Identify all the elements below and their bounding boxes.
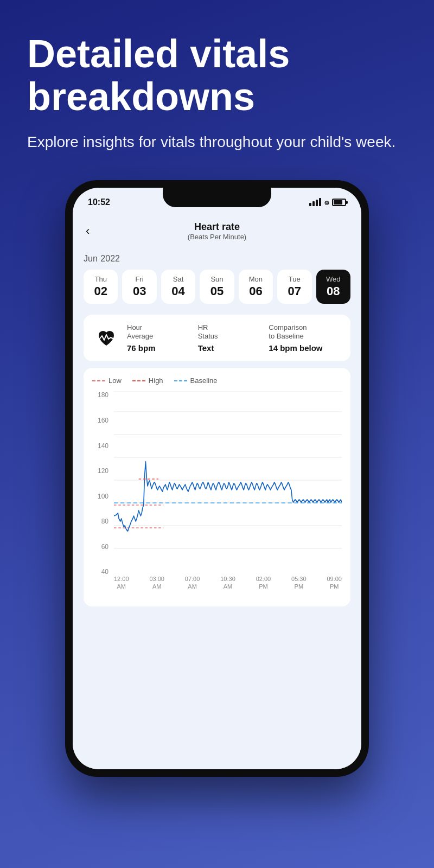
- month-year: 2022: [100, 254, 120, 263]
- phone-wrapper: 10:52 ⌾ ‹: [0, 180, 434, 777]
- phone-screen: 10:52 ⌾ ‹: [73, 188, 361, 769]
- x-label-0700am: 07:00AM: [185, 576, 200, 590]
- date-section: Jun 2022 Thu 02 Fri 03 Sat: [73, 245, 361, 308]
- month-label: Jun 2022: [84, 252, 350, 264]
- page-title: Heart rate: [188, 221, 246, 233]
- hero-title: Detailed vitals breakdowns: [27, 33, 407, 118]
- date-pill-fri[interactable]: Fri 03: [122, 270, 156, 304]
- battery-icon: [332, 199, 346, 206]
- avg-value: 76 bpm: [127, 343, 198, 353]
- y-label-80: 80: [92, 518, 112, 525]
- day-num-mon: 06: [249, 284, 262, 298]
- comparison-label: Comparisonto Baseline: [269, 323, 340, 342]
- header-title: Heart rate (Beats Per Minute): [188, 221, 246, 241]
- chart-legend: Low High Baseline: [92, 376, 342, 385]
- x-label-1200am: 12:00AM: [114, 576, 129, 590]
- y-label-100: 100: [92, 493, 112, 500]
- app-content: ‹ Heart rate (Beats Per Minute) Jun 2022…: [73, 213, 361, 769]
- day-label-tue: Tue: [289, 275, 301, 283]
- day-num-sun: 05: [210, 284, 224, 298]
- signal-icon: [309, 198, 321, 206]
- day-label-sat: Sat: [173, 275, 184, 283]
- hero-section: Detailed vitals breakdowns Explore insig…: [0, 0, 434, 169]
- stats-col-comparison: Comparisonto Baseline 14 bpm below: [269, 323, 340, 353]
- x-axis: 12:00AM 03:00AM 07:00AM 10:30AM: [114, 576, 342, 592]
- avg-label: HourAverage: [127, 323, 198, 342]
- y-label-140: 140: [92, 442, 112, 450]
- day-num-fri: 03: [133, 284, 146, 298]
- date-pill-tue[interactable]: Tue 07: [277, 270, 311, 304]
- day-label-sun: Sun: [210, 275, 223, 283]
- day-num-thu: 02: [94, 284, 107, 298]
- heart-rate-icon: [94, 326, 118, 350]
- date-pills: Thu 02 Fri 03 Sat 04 Sun: [84, 270, 350, 304]
- y-label-120: 120: [92, 467, 112, 475]
- low-label: Low: [108, 376, 122, 385]
- high-label: High: [149, 376, 163, 385]
- day-num-sat: 04: [171, 284, 184, 298]
- baseline-label: Baseline: [190, 376, 218, 385]
- date-pill-mon[interactable]: Mon 06: [239, 270, 273, 304]
- hero-subtitle: Explore insights for vitals throughout y…: [27, 131, 407, 152]
- back-button[interactable]: ‹: [86, 224, 90, 238]
- stats-card: HourAverage 76 bpm HRStatus Text Compari…: [84, 315, 350, 362]
- legend-low: Low: [92, 376, 122, 385]
- date-pill-thu[interactable]: Thu 02: [84, 270, 118, 304]
- stats-col-hr-status: HRStatus Text: [198, 323, 269, 353]
- day-label-wed: Wed: [326, 275, 341, 283]
- month-name: Jun: [84, 254, 98, 263]
- day-label-thu: Thu: [95, 275, 107, 283]
- y-axis: 40 60 80 100 120 140 160 180: [92, 391, 112, 576]
- day-num-wed: 08: [327, 284, 340, 298]
- date-pill-wed[interactable]: Wed 08: [316, 270, 350, 304]
- comparison-value: 14 bpm below: [269, 343, 340, 353]
- day-num-tue: 07: [288, 284, 301, 298]
- chart-area: 40 60 80 100 120 140 160 180: [92, 391, 342, 592]
- chart-plot: [114, 391, 342, 576]
- hr-status-label: HRStatus: [198, 323, 269, 342]
- legend-baseline: Baseline: [174, 376, 218, 385]
- phone-frame: 10:52 ⌾ ‹: [65, 180, 369, 777]
- date-pill-sat[interactable]: Sat 04: [161, 270, 195, 304]
- chart-card: Low High Baseline: [84, 368, 350, 607]
- day-label-mon: Mon: [249, 275, 263, 283]
- day-label-fri: Fri: [136, 275, 144, 283]
- x-label-0300am: 03:00AM: [149, 576, 164, 590]
- phone-notch: [163, 188, 271, 207]
- page-subtitle: (Beats Per Minute): [188, 233, 246, 241]
- status-time: 10:52: [88, 197, 110, 207]
- y-label-40: 40: [92, 568, 112, 576]
- stats-col-average: HourAverage 76 bpm: [127, 323, 198, 353]
- y-label-180: 180: [92, 391, 112, 399]
- y-label-60: 60: [92, 543, 112, 551]
- chart-svg: [114, 391, 342, 576]
- y-label-160: 160: [92, 417, 112, 424]
- baseline-line-icon: [174, 380, 187, 381]
- x-label-0200pm: 02:00PM: [256, 576, 271, 590]
- legend-high: High: [132, 376, 163, 385]
- x-label-0900pm: 09:00PM: [327, 576, 342, 590]
- stats-columns: HourAverage 76 bpm HRStatus Text Compari…: [127, 323, 340, 353]
- x-label-1030am: 10:30AM: [220, 576, 235, 590]
- status-icons: ⌾: [309, 198, 346, 207]
- wifi-icon: ⌾: [324, 198, 329, 207]
- high-line-icon: [132, 380, 145, 381]
- low-line-icon: [92, 380, 105, 381]
- x-label-0530pm: 05:30PM: [291, 576, 307, 590]
- hr-status-value: Text: [198, 343, 269, 353]
- app-header: ‹ Heart rate (Beats Per Minute): [73, 213, 361, 245]
- date-pill-sun[interactable]: Sun 05: [200, 270, 234, 304]
